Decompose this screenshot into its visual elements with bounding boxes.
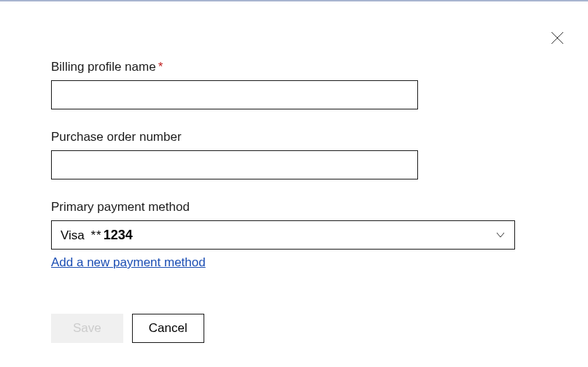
close-button[interactable] xyxy=(549,29,566,47)
billing-profile-name-field: Billing profile name* xyxy=(51,60,537,109)
close-icon xyxy=(550,31,565,45)
payment-method-selected: Visa ** 1234 xyxy=(61,228,133,243)
purchase-order-field: Purchase order number xyxy=(51,130,537,179)
chevron-down-icon xyxy=(495,230,506,240)
save-button[interactable]: Save xyxy=(51,314,123,343)
card-brand: Visa xyxy=(61,228,85,243)
payment-method-dropdown[interactable]: Visa ** 1234 xyxy=(51,220,515,250)
purchase-order-input[interactable] xyxy=(51,150,418,179)
add-payment-method-link[interactable]: Add a new payment method xyxy=(51,255,206,270)
billing-profile-name-input[interactable] xyxy=(51,80,418,109)
billing-profile-name-label: Billing profile name* xyxy=(51,60,537,74)
purchase-order-label: Purchase order number xyxy=(51,130,537,144)
label-text: Billing profile name xyxy=(51,60,156,74)
billing-profile-form: Billing profile name* Purchase order num… xyxy=(0,1,588,343)
card-mask: ** xyxy=(91,228,102,243)
required-indicator: * xyxy=(158,60,163,74)
button-row: Save Cancel xyxy=(51,314,537,343)
card-last4: 1234 xyxy=(104,228,133,243)
payment-method-field: Primary payment method Visa ** 1234 Add … xyxy=(51,200,537,270)
cancel-button[interactable]: Cancel xyxy=(132,314,204,343)
payment-method-label: Primary payment method xyxy=(51,200,537,215)
